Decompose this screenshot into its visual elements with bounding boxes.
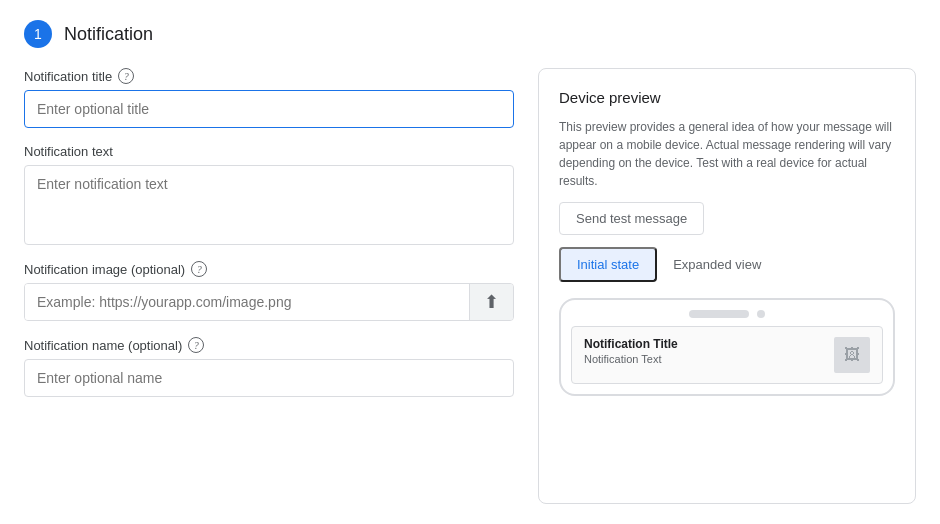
image-field-group: Notification image (optional) ? ⬆ — [24, 261, 514, 321]
step-badge: 1 — [24, 20, 52, 48]
send-test-button[interactable]: Send test message — [559, 202, 704, 235]
notification-preview-body: Notification Text — [584, 353, 678, 365]
notification-preview-card: Notification Title Notification Text 🖼 — [571, 326, 883, 384]
title-field-group: Notification title ? — [24, 68, 514, 128]
section-header: 1 Notification — [24, 20, 916, 48]
upload-button[interactable]: ⬆ — [469, 284, 513, 320]
image-label-text: Notification image (optional) — [24, 262, 185, 277]
image-input-row: ⬆ — [24, 283, 514, 321]
device-top-bar — [571, 310, 883, 318]
device-pill — [689, 310, 749, 318]
name-field-group: Notification name (optional) ? — [24, 337, 514, 397]
name-label-text: Notification name (optional) — [24, 338, 182, 353]
title-help-icon[interactable]: ? — [118, 68, 134, 84]
notification-name-input[interactable] — [24, 359, 514, 397]
section-title: Notification — [64, 24, 153, 45]
tab-expanded-view[interactable]: Expanded view — [657, 247, 777, 282]
preview-description: This preview provides a general idea of … — [559, 118, 895, 190]
upload-icon: ⬆ — [484, 291, 499, 313]
notification-preview-texts: Notification Title Notification Text — [584, 337, 678, 365]
text-label-text: Notification text — [24, 144, 113, 159]
name-field-label: Notification name (optional) ? — [24, 337, 514, 353]
image-placeholder-icon: 🖼 — [844, 346, 860, 364]
device-dot — [757, 310, 765, 318]
preview-title: Device preview — [559, 89, 895, 106]
image-help-icon[interactable]: ? — [191, 261, 207, 277]
left-panel: Notification title ? Notification text N… — [24, 68, 514, 504]
main-content: Notification title ? Notification text N… — [24, 68, 916, 504]
notification-preview-title: Notification Title — [584, 337, 678, 351]
page: 1 Notification Notification title ? Noti… — [0, 0, 940, 524]
device-mockup: Notification Title Notification Text 🖼 — [559, 298, 895, 396]
text-field-group: Notification text — [24, 144, 514, 245]
title-field-label: Notification title ? — [24, 68, 514, 84]
preview-tab-row: Initial state Expanded view — [559, 247, 895, 282]
notification-text-input[interactable] — [24, 165, 514, 245]
image-field-label: Notification image (optional) ? — [24, 261, 514, 277]
tab-initial-state[interactable]: Initial state — [559, 247, 657, 282]
text-field-label: Notification text — [24, 144, 514, 159]
notification-title-input[interactable] — [24, 90, 514, 128]
name-help-icon[interactable]: ? — [188, 337, 204, 353]
device-preview-panel: Device preview This preview provides a g… — [538, 68, 916, 504]
title-label-text: Notification title — [24, 69, 112, 84]
notification-image-input[interactable] — [25, 284, 469, 320]
notification-image-placeholder: 🖼 — [834, 337, 870, 373]
